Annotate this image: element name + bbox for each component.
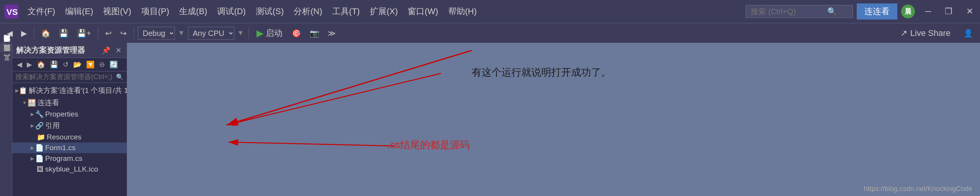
vs-logo: VS: [4, 4, 19, 19]
menu-test[interactable]: 测试(S): [251, 4, 288, 19]
notifications-button[interactable]: 👤: [960, 27, 976, 39]
menu-project[interactable]: 项目(P): [137, 4, 174, 19]
ico-label: skyblue_LLK.ico: [45, 165, 98, 173]
side-tab-tools[interactable]: 工具: [0, 61, 12, 70]
forward-panel-btn[interactable]: ▶: [25, 60, 34, 70]
main-area: 解决方案资源管理器 团队资源管理器 工具 解决方案资源管理器 📌 ✕ ◀ ▶ 🏠…: [0, 43, 980, 196]
ref-expand: ▶: [29, 123, 35, 128]
restore-button[interactable]: ❐: [942, 5, 956, 18]
panel-header: 解决方案资源管理器 📌 ✕: [12, 43, 127, 58]
properties-icon: 🔧: [35, 110, 44, 118]
side-tabs: 解决方案资源管理器 团队资源管理器 工具: [0, 43, 12, 196]
search-panel: 🔍: [12, 71, 127, 83]
resources-icon: 📁: [37, 133, 45, 141]
titlebar: VS 文件(F) 编辑(E) 视图(V) 项目(P) 生成(B) 调试(D) 测…: [0, 0, 980, 23]
refresh-panel-btn[interactable]: ↺: [61, 60, 70, 70]
menu-file[interactable]: 文件(F): [23, 4, 60, 19]
sep3: [134, 28, 134, 39]
sep4: [248, 28, 249, 39]
svg-text:VS: VS: [7, 7, 18, 17]
solution-search-input[interactable]: [15, 73, 114, 81]
properties-label: Properties: [45, 110, 78, 118]
search-icon: 🔍: [827, 7, 837, 16]
svg-line-3: [227, 50, 472, 125]
screenshot-button[interactable]: 📷: [307, 27, 322, 39]
menu-edit[interactable]: 编辑(E): [60, 4, 98, 19]
references-label: 引用: [45, 121, 60, 131]
live-share-label: Live Share: [910, 28, 951, 38]
panel-title: 解决方案资源管理器: [16, 45, 85, 55]
program-cs-item[interactable]: ▶ 📄 Program.cs: [12, 153, 127, 164]
extra-button[interactable]: ≫: [325, 27, 339, 39]
search-input[interactable]: [751, 7, 827, 16]
url-watermark: https://blog.csdn.net/KnockingCode: [864, 185, 972, 193]
program-icon: 📄: [35, 154, 44, 163]
resources-label: Resources: [47, 133, 82, 141]
menu-debug[interactable]: 调试(D): [212, 4, 250, 19]
debug-config-select[interactable]: Debug: [138, 27, 175, 40]
references-item[interactable]: ▶ 🔗 引用: [12, 120, 127, 132]
prop-expand: ▶: [29, 112, 35, 117]
expand-icon: ▶: [15, 88, 19, 93]
back-button[interactable]: ◀: [4, 27, 16, 39]
back-panel-btn[interactable]: ◀: [15, 60, 24, 70]
panel-close-icon[interactable]: ✕: [114, 45, 123, 55]
project-item[interactable]: ▼ 🪟 连连看: [12, 97, 127, 109]
svg-line-4: [227, 73, 441, 125]
menu-view[interactable]: 视图(V): [98, 4, 136, 19]
menu-analyze[interactable]: 分析(N): [289, 4, 327, 19]
undo-button[interactable]: ↩: [102, 27, 115, 39]
side-tab-solution-explorer[interactable]: 解决方案资源管理器: [0, 43, 12, 52]
prog-expand: ▶: [29, 156, 35, 161]
solution-explorer-panel: 解决方案资源管理器 📌 ✕ ◀ ▶ 🏠 💾 ↺ 📂 🔽 ⊖ 🔄 🔍: [12, 43, 127, 196]
redo-button[interactable]: ↪: [117, 27, 130, 39]
solution-root-item[interactable]: ▶ 📋 解决方案'连连看'(1 个项目/共 1 个): [12, 84, 127, 97]
ico-item[interactable]: ▶ 🖼 skyblue_LLK.ico: [12, 164, 127, 175]
minimize-button[interactable]: ─: [922, 5, 934, 18]
live-share-button[interactable]: ↗ Live Share: [897, 27, 954, 40]
connect-button[interactable]: 连连看: [857, 3, 897, 19]
user-avatar[interactable]: 晨: [901, 5, 915, 18]
project-icon: 🪟: [28, 99, 36, 107]
menu-build[interactable]: 生成(B): [175, 4, 212, 19]
filter-btn[interactable]: 🔽: [85, 60, 96, 70]
toolbar: ◀ ▶ 🏠 💾 💾+ ↩ ↪ Debug ▼ Any CPU ▼ ▶ 启动 🎯 …: [0, 23, 980, 43]
save-all-button[interactable]: 💾+: [74, 27, 94, 39]
side-tab-team-explorer[interactable]: 团队资源管理器: [0, 52, 12, 61]
form1-icon: 📄: [35, 144, 44, 152]
form1-expand: ▶: [29, 145, 35, 151]
ico-icon: 🖼: [37, 165, 44, 173]
sep1: [34, 28, 34, 39]
save-button[interactable]: 💾: [56, 27, 72, 39]
form1-cs-item[interactable]: ▶ 📄 Form1.cs: [12, 143, 127, 153]
live-share-icon: ↗: [900, 28, 907, 38]
refresh2-btn[interactable]: 🔄: [108, 60, 119, 70]
save-panel-btn[interactable]: 💾: [48, 60, 60, 70]
window-controls: ─ ❐ ✕: [922, 5, 976, 18]
show-files-btn[interactable]: 📂: [72, 60, 83, 70]
forward-button[interactable]: ▶: [18, 27, 30, 39]
menu-extensions[interactable]: 扩展(X): [365, 4, 402, 19]
panel-toolbar: ◀ ▶ 🏠 💾 ↺ 📂 🔽 ⊖ 🔄: [12, 58, 127, 71]
properties-item[interactable]: ▶ 🔧 Properties: [12, 109, 127, 120]
home-panel-btn[interactable]: 🏠: [35, 60, 47, 70]
home-button[interactable]: 🏠: [38, 27, 54, 39]
pin-icon[interactable]: 📌: [100, 45, 112, 55]
menu-tools[interactable]: 工具(T): [328, 4, 364, 19]
solution-icon: 📋: [19, 86, 27, 95]
start-label: 启动: [266, 28, 283, 39]
search-box: 🔍: [746, 5, 853, 18]
project-label: 连连看: [38, 98, 59, 108]
search-panel-icon: 🔍: [116, 73, 124, 81]
collapse-all-btn[interactable]: ⊖: [98, 60, 106, 70]
menu-help[interactable]: 帮助(H): [444, 4, 482, 19]
close-button[interactable]: ✕: [963, 5, 976, 18]
resources-item[interactable]: ▶ 📁 Resources: [12, 132, 127, 143]
debug-target-button[interactable]: 🎯: [289, 27, 304, 39]
menu-window[interactable]: 窗口(W): [403, 4, 443, 19]
start-button[interactable]: ▶ 启动: [253, 26, 286, 40]
project-expand-icon: ▼: [21, 100, 28, 105]
arrows-overlay: [127, 43, 980, 196]
references-icon: 🔗: [35, 121, 44, 130]
platform-select[interactable]: Any CPU: [188, 27, 234, 40]
